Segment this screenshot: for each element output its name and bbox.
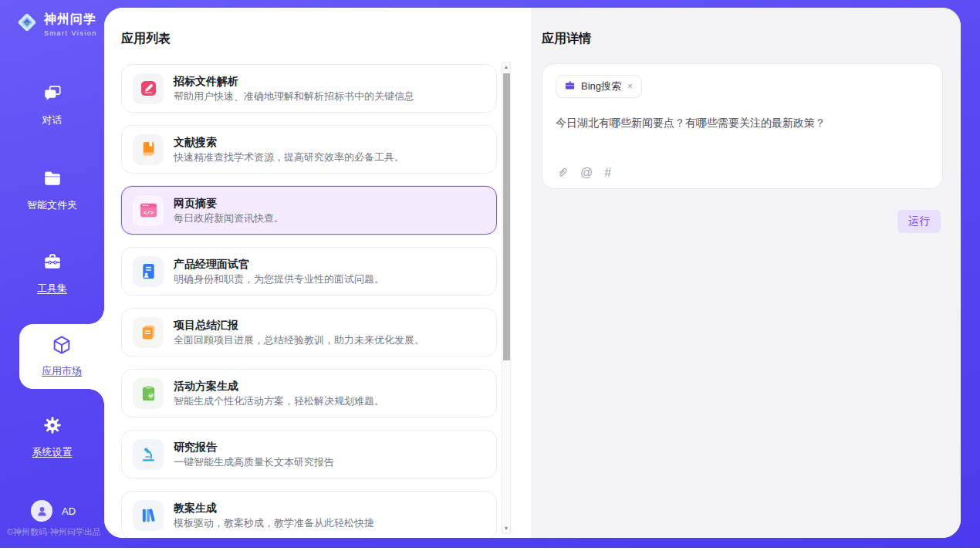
app-card-5[interactable]: 项目总结汇报全面回顾项目进展，总结经验教训，助力未来优化发展。 bbox=[121, 308, 497, 357]
avatar bbox=[31, 500, 52, 522]
query-text[interactable]: 今日湖北有哪些新闻要点？有哪些需要关注的最新政策？ bbox=[556, 117, 929, 130]
sidebar: 神州问学 Smart Vision 对话智能文件夹工具集应用市场系统设置 AD … bbox=[0, 0, 104, 548]
app-card-name: 文献搜索 bbox=[174, 137, 404, 147]
app-card-name: 产品经理面试官 bbox=[174, 259, 384, 269]
brand-subtitle: Smart Vision bbox=[44, 29, 97, 37]
app-list-panel: 应用列表 招标文件解析帮助用户快速、准确地理解和解析招标书中的关键信息文献搜索快… bbox=[104, 8, 531, 538]
app-card-6[interactable]: 活动方案生成智能生成个性化活动方案，轻松解决规划难题。 bbox=[121, 369, 497, 417]
app-card-desc: 明确身份和职责，为您提供专业性的面试问题。 bbox=[174, 274, 384, 284]
brand-name: 神州问学 bbox=[44, 12, 97, 28]
app-frame: 神州问学 Smart Vision 对话智能文件夹工具集应用市场系统设置 AD … bbox=[0, 0, 980, 548]
chat-icon bbox=[42, 83, 63, 106]
hash-icon[interactable]: # bbox=[604, 167, 611, 179]
sidebar-footer: ©神州数码·神州问学出品 bbox=[7, 526, 107, 538]
app-card-desc: 全面回顾项目进展，总结经验教训，助力未来优化发展。 bbox=[174, 335, 424, 345]
sidebar-item-5[interactable]: 系统设置 bbox=[0, 415, 104, 459]
sidebar-item-label: 对话 bbox=[42, 113, 63, 127]
sidebar-item-label: 智能文件夹 bbox=[27, 198, 77, 212]
scrollbar-thumb[interactable] bbox=[503, 73, 510, 360]
notes-icon bbox=[133, 317, 164, 348]
mention-icon[interactable]: @ bbox=[580, 167, 593, 179]
tool-chip-label: Bing搜索 bbox=[581, 79, 621, 93]
user-badge[interactable]: AD bbox=[31, 500, 76, 522]
cube-icon bbox=[51, 334, 73, 359]
app-card-name: 招标文件解析 bbox=[174, 76, 414, 86]
gear-icon bbox=[42, 415, 63, 438]
app-detail-title: 应用详情 bbox=[542, 31, 591, 47]
sidebar-item-4[interactable]: 应用市场 bbox=[19, 324, 104, 389]
main-content: 应用列表 招标文件解析帮助用户快速、准确地理解和解析招标书中的关键信息文献搜索快… bbox=[104, 8, 961, 538]
app-card-1[interactable]: 招标文件解析帮助用户快速、准确地理解和解析招标书中的关键信息 bbox=[121, 64, 497, 113]
folder-icon bbox=[42, 168, 63, 191]
scroll-up-icon[interactable] bbox=[502, 63, 510, 72]
app-card-7[interactable]: 研究报告一键智能生成高质量长文本研究报告 bbox=[121, 430, 497, 478]
app-list-title: 应用列表 bbox=[121, 31, 171, 47]
toolbox-icon bbox=[42, 252, 63, 275]
app-card-2[interactable]: 文献搜索快速精准查找学术资源，提高研究效率的必备工具。 bbox=[121, 125, 497, 174]
query-card[interactable]: Bing搜索 × 今日湖北有哪些新闻要点？有哪些需要关注的最新政策？ @ # bbox=[542, 63, 943, 189]
app-card-desc: 模板驱动，教案秒成，教学准备从此轻松快捷 bbox=[174, 518, 374, 528]
sidebar-item-label: 应用市场 bbox=[42, 364, 82, 378]
app-cards: 招标文件解析帮助用户快速、准确地理解和解析招标书中的关键信息文献搜索快速精准查找… bbox=[121, 64, 497, 538]
diamond-logo-icon bbox=[15, 11, 39, 37]
briefcase-icon bbox=[564, 79, 576, 94]
sidebar-item-1[interactable]: 对话 bbox=[0, 83, 104, 127]
query-toolbar: @ # bbox=[556, 166, 611, 179]
app-card-desc: 每日政府新闻资讯快查。 bbox=[174, 213, 284, 223]
user-initials: AD bbox=[62, 505, 76, 517]
tool-chip-bing-search[interactable]: Bing搜索 × bbox=[556, 75, 642, 98]
app-detail-panel: 应用详情 Bing搜索 × 今日湖北有哪些新闻要点？有哪些需要关注的最新政策？ bbox=[531, 8, 961, 538]
app-card-name: 项目总结汇报 bbox=[174, 319, 424, 330]
app-card-name: 网页摘要 bbox=[174, 198, 284, 208]
paperclip-icon[interactable] bbox=[556, 166, 569, 179]
app-card-desc: 一键智能生成高质量长文本研究报告 bbox=[174, 457, 334, 467]
app-card-desc: 快速精准查找学术资源，提高研究效率的必备工具。 bbox=[174, 152, 404, 162]
sidebar-item-2[interactable]: 智能文件夹 bbox=[0, 168, 104, 212]
webpage-code-icon: </> bbox=[133, 195, 164, 226]
app-card-desc: 帮助用户快速、准确地理解和解析招标书中的关键信息 bbox=[174, 91, 414, 101]
interview-doc-icon bbox=[133, 256, 164, 287]
person-icon bbox=[35, 505, 49, 518]
app-card-name: 活动方案生成 bbox=[174, 380, 384, 391]
run-button[interactable]: 运行 bbox=[897, 210, 941, 233]
sidebar-item-label: 工具集 bbox=[37, 282, 67, 296]
books-icon bbox=[133, 500, 164, 531]
close-icon[interactable]: × bbox=[627, 81, 634, 92]
clipboard-check-icon bbox=[133, 378, 164, 409]
scroll-down-icon[interactable] bbox=[502, 524, 510, 533]
scrollbar[interactable] bbox=[502, 62, 511, 534]
svg-text:</>: </> bbox=[143, 209, 154, 216]
book-icon bbox=[133, 134, 164, 165]
microscope-icon bbox=[133, 439, 164, 470]
app-card-3[interactable]: </>网页摘要每日政府新闻资讯快查。 bbox=[121, 186, 497, 235]
app-card-name: 教案生成 bbox=[174, 502, 374, 513]
app-card-4[interactable]: 产品经理面试官明确身份和职责，为您提供专业性的面试问题。 bbox=[121, 247, 497, 296]
sidebar-item-3[interactable]: 工具集 bbox=[0, 252, 104, 296]
brand-logo: 神州问学 Smart Vision bbox=[15, 11, 97, 37]
sidebar-item-label: 系统设置 bbox=[32, 445, 73, 459]
app-card-8[interactable]: 教案生成模板驱动，教案秒成，教学准备从此轻松快捷 bbox=[121, 491, 497, 538]
bid-edit-icon bbox=[133, 73, 164, 104]
app-card-desc: 智能生成个性化活动方案，轻松解决规划难题。 bbox=[174, 396, 384, 406]
app-card-name: 研究报告 bbox=[174, 441, 334, 452]
